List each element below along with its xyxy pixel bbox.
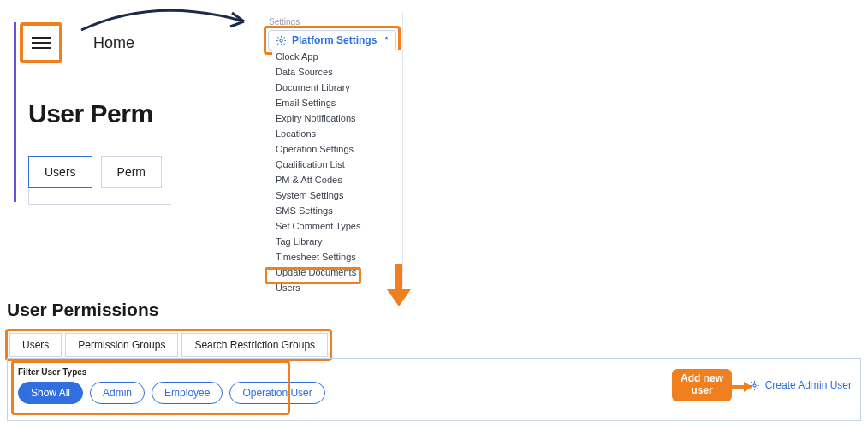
settings-item-document-library[interactable]: Document Library: [272, 80, 401, 93]
crop-mask: [171, 0, 265, 205]
page-title: User Permissions: [7, 300, 158, 320]
settings-item-timesheet-settings[interactable]: Timesheet Settings: [272, 250, 401, 263]
settings-item-tag-library[interactable]: Tag Library: [272, 235, 401, 247]
users-panel: Filter User Types Show All Admin Employe…: [7, 358, 861, 421]
settings-item-email-settings[interactable]: Email Settings: [272, 96, 401, 109]
settings-item-operation-settings[interactable]: Operation Settings: [272, 142, 401, 155]
settings-item-data-sources[interactable]: Data Sources: [272, 65, 401, 78]
filter-pill-employee[interactable]: Employee: [152, 382, 223, 404]
callout-line2: user: [691, 384, 712, 396]
settings-item-users[interactable]: Users: [272, 281, 401, 294]
settings-item-clock-app[interactable]: Clock App: [272, 50, 401, 62]
settings-item-update-documents[interactable]: Update Documents: [272, 265, 401, 278]
callout-line1: Add new: [681, 372, 723, 384]
filter-pill-admin[interactable]: Admin: [90, 382, 145, 404]
gear-icon: [276, 35, 287, 46]
settings-item-pm-att-codes[interactable]: PM & Att Codes: [272, 173, 401, 186]
dropdown-label: Platform Settings: [292, 34, 377, 46]
gear-icon: [749, 380, 760, 391]
settings-item-expiry-notifications[interactable]: Expiry Notifications: [272, 111, 401, 124]
settings-item-locations[interactable]: Locations: [272, 127, 401, 140]
settings-item-system-settings[interactable]: System Settings: [272, 188, 401, 201]
svg-point-2: [753, 383, 756, 386]
tab-users[interactable]: Users: [9, 333, 62, 357]
mini-tab-users[interactable]: Users: [28, 156, 92, 188]
filter-pill-operation-user[interactable]: Operation User: [229, 382, 324, 404]
panel-divider: [402, 12, 403, 286]
platform-settings-dropdown[interactable]: Platform Settings ˄: [268, 30, 396, 51]
tab-search-restriction-groups[interactable]: Search Restriction Groups: [181, 333, 328, 357]
svg-point-0: [280, 39, 282, 41]
create-admin-user-link[interactable]: Create Admin User: [749, 379, 852, 391]
settings-item-set-comment-types[interactable]: Set Comment Types: [272, 219, 401, 232]
annotation-callout-add-new-user: Add new user: [672, 369, 732, 401]
page-title-cropped: User Perm: [28, 99, 153, 128]
filter-pill-show-all[interactable]: Show All: [18, 382, 83, 404]
mini-tab-permission-cropped[interactable]: Perm: [101, 156, 162, 188]
hamburger-menu-button[interactable]: [20, 22, 62, 63]
settings-item-sms-settings[interactable]: SMS Settings: [272, 204, 401, 217]
create-admin-user-label: Create Admin User: [765, 379, 852, 391]
breadcrumb-home[interactable]: Home: [93, 34, 134, 52]
annotation-highlight-tabs: Users Permission Groups Search Restricti…: [5, 329, 332, 361]
tab-underline: [28, 189, 182, 205]
chevron-up-icon: ˄: [384, 36, 389, 45]
tab-permission-groups[interactable]: Permission Groups: [65, 333, 178, 357]
settings-item-qualification-list[interactable]: Qualification List: [272, 158, 401, 170]
